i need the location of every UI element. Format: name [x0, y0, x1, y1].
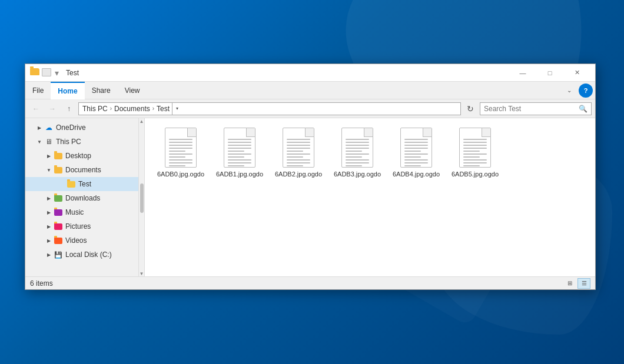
expand-documents[interactable]: [44, 165, 54, 175]
doc-line: [463, 162, 487, 163]
tab-home[interactable]: Home: [51, 82, 84, 99]
menu-bar: File Home Share View ⌄ ?: [25, 82, 595, 99]
file-item-f0[interactable]: 6ADB0.jpg.ogdo: [154, 125, 207, 181]
doc-line: [346, 165, 362, 166]
expand-videos[interactable]: [44, 236, 54, 245]
file-name: 6ADB4.jpg.ogdo: [393, 170, 440, 178]
search-icon[interactable]: 🔍: [579, 105, 588, 113]
title-bar-icons: ▾: [30, 68, 59, 78]
sidebar-item-pictures[interactable]: Pictures: [25, 219, 138, 233]
sidebar-label-documents: Documents: [65, 166, 101, 174]
help-button[interactable]: ?: [579, 84, 593, 98]
doc-line: [463, 151, 480, 152]
doc-line: [169, 165, 185, 166]
doc-line: [463, 156, 480, 158]
expand-downloads[interactable]: [44, 193, 54, 203]
doc-line: [228, 151, 244, 152]
doc-line: [404, 148, 428, 149]
file-name: 6ADB5.jpg.ogdo: [452, 170, 499, 178]
file-explorer-window: ▾ Test — □ ✕ File Home Share View ⌄ ? ← …: [25, 64, 596, 290]
file-icon: [341, 128, 373, 168]
sidebar-item-downloads[interactable]: Downloads: [25, 191, 138, 205]
search-box[interactable]: 🔍: [480, 102, 592, 115]
sidebar-item-localdisk[interactable]: 💾 Local Disk (C:): [25, 248, 138, 262]
sidebar-scrollbar-thumb[interactable]: [140, 183, 144, 213]
grid-view-button[interactable]: ⊞: [563, 278, 576, 289]
up-button[interactable]: ↑: [62, 102, 76, 116]
desktop-folder-icon: [54, 151, 63, 161]
file-name: 6ADB1.jpg.ogdo: [216, 170, 263, 178]
expand-onedrive[interactable]: [35, 123, 44, 132]
tab-view[interactable]: View: [118, 82, 147, 99]
test-folder-icon: [67, 179, 76, 189]
doc-line: [228, 159, 251, 161]
crumb-thispc[interactable]: This PC: [82, 105, 108, 113]
doc-line: [169, 153, 192, 155]
sidebar-item-test[interactable]: Test: [25, 177, 138, 191]
sidebar-label-downloads: Downloads: [65, 194, 100, 202]
doc-line: [404, 145, 428, 146]
doc-line: [346, 153, 369, 155]
sidebar-label-test: Test: [78, 180, 91, 188]
sidebar-label-desktop: Desktop: [65, 152, 91, 160]
sidebar: ☁ OneDrive 🖥 This PC: [25, 118, 139, 276]
file-item-f3[interactable]: 6ADB3.jpg.ogdo: [331, 125, 384, 181]
search-input[interactable]: [484, 105, 579, 113]
doc-lines: [169, 139, 192, 168]
expand-desktop[interactable]: [44, 151, 54, 161]
title-dropdown-icon[interactable]: ▾: [55, 68, 59, 78]
back-button[interactable]: ←: [29, 102, 43, 116]
window-title: Test: [66, 69, 79, 77]
doc-line: [287, 139, 310, 140]
doc-line: [287, 145, 310, 146]
breadcrumb: This PC › Documents › Test: [82, 105, 170, 113]
file-item-f2[interactable]: 6ADB2.jpg.ogdo: [272, 125, 325, 181]
doc-line: [287, 159, 310, 161]
file-item-f5[interactable]: 6ADB5.jpg.ogdo: [449, 125, 502, 181]
sidebar-label-thispc: This PC: [56, 138, 81, 146]
minimize-button[interactable]: —: [509, 64, 536, 82]
expand-music[interactable]: [44, 208, 54, 217]
sidebar-item-desktop[interactable]: Desktop: [25, 149, 138, 163]
doc-line: [404, 151, 421, 152]
tab-file[interactable]: File: [25, 82, 51, 99]
file-area: 6ADB0.jpg.ogdo 6ADB1.jpg.: [145, 118, 595, 276]
doc-line: [228, 156, 244, 158]
tab-share[interactable]: Share: [85, 82, 118, 99]
title-small-icon: [42, 68, 51, 76]
sidebar-label-videos: Videos: [65, 236, 87, 245]
file-icon: [165, 128, 197, 168]
doc-line: [287, 165, 303, 166]
doc-lines: [346, 139, 369, 168]
forward-button[interactable]: →: [45, 102, 59, 116]
file-item-f4[interactable]: 6ADB4.jpg.ogdo: [390, 125, 443, 181]
sidebar-item-thispc[interactable]: 🖥 This PC: [25, 135, 138, 149]
ribbon-expand-icon[interactable]: ⌄: [562, 84, 576, 98]
crumb-documents[interactable]: Documents: [114, 105, 150, 113]
doc-line: [346, 142, 369, 143]
list-view-button[interactable]: ☰: [577, 278, 590, 289]
expand-pictures[interactable]: [44, 222, 54, 231]
crumb-test[interactable]: Test: [157, 105, 170, 113]
doc-line: [228, 139, 251, 140]
items-count: 6 items: [30, 279, 563, 288]
address-input[interactable]: This PC › Documents › Test ▾: [78, 102, 461, 115]
file-icon: [400, 128, 432, 168]
sidebar-item-onedrive[interactable]: ☁ OneDrive: [25, 121, 138, 135]
sidebar-item-documents[interactable]: Documents: [25, 163, 138, 177]
sidebar-scrollbar[interactable]: ▲ ▼: [139, 118, 145, 276]
expand-thispc[interactable]: [35, 137, 44, 146]
maximize-button[interactable]: □: [536, 64, 563, 82]
close-button[interactable]: ✕: [563, 64, 590, 82]
pictures-folder-icon: [54, 222, 63, 231]
file-item-f1[interactable]: 6ADB1.jpg.ogdo: [213, 125, 266, 181]
refresh-button[interactable]: ↻: [463, 102, 477, 116]
videos-folder-icon: [54, 236, 63, 245]
expand-localdisk[interactable]: [44, 250, 54, 259]
disk-icon: 💾: [54, 250, 63, 259]
main-content: ☁ OneDrive 🖥 This PC: [25, 118, 595, 276]
sidebar-item-videos[interactable]: Videos: [25, 233, 138, 248]
address-dropdown-icon[interactable]: ▾: [172, 102, 181, 115]
sidebar-item-music[interactable]: Music: [25, 205, 138, 219]
music-folder-icon: [54, 208, 63, 217]
